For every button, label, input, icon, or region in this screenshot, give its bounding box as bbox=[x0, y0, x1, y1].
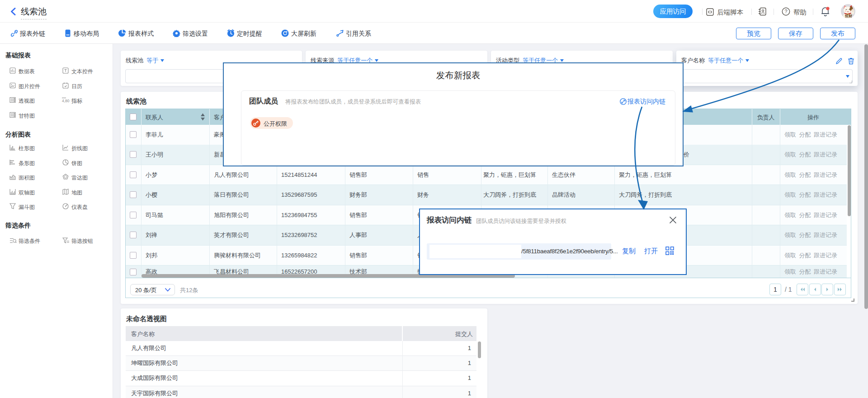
svg-text:4,80: 4,80 bbox=[62, 99, 70, 103]
svg-text:招财: 招财 bbox=[844, 14, 853, 18]
svg-text:?: ? bbox=[784, 9, 787, 14]
